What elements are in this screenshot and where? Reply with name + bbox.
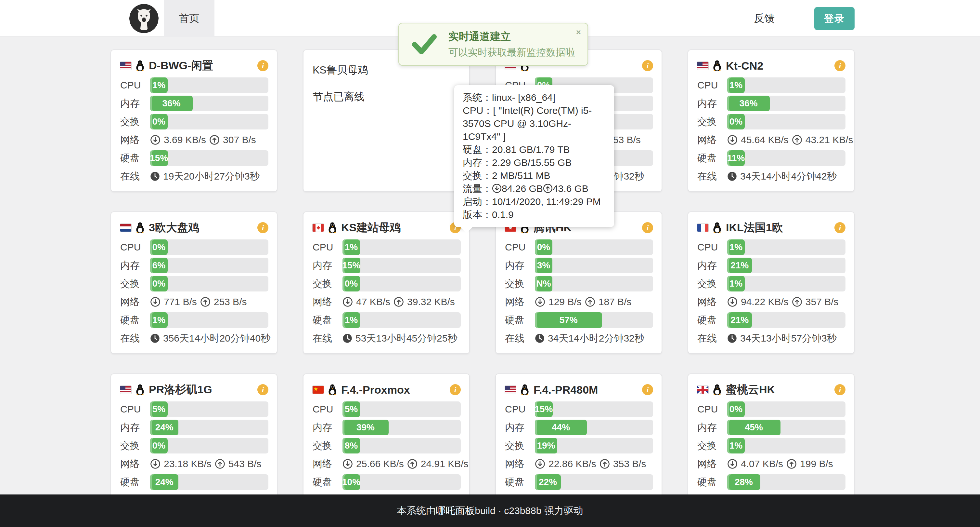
info-icon[interactable]: i [257,384,268,395]
download-icon [727,297,738,307]
realtime-toast: 实时通道建立 可以实时获取最新监控数据啦 × [398,23,588,66]
network-stats: 47 KB/s39.32 KB/s [342,296,455,307]
clock-icon [727,334,737,343]
memory-percent: 15% [342,260,360,271]
stat-label: 内存 [120,97,150,110]
stat-label: 在线 [120,332,150,345]
swap-progressbar: 1% [727,438,845,454]
swap-percent: 0% [345,278,358,289]
cpu-percent: 0% [153,242,165,252]
memory-percent: 36% [162,98,180,109]
info-icon[interactable]: i [257,222,268,233]
country-flag-icon [697,224,708,232]
stat-label: 网络 [120,457,150,471]
stat-label: 硬盘 [120,152,150,165]
disk-percent: 57% [560,315,578,325]
memory-progressbar: 21% [727,258,845,273]
tip-mem-value: 2.29 GB/15.55 GB [492,157,571,168]
stat-label: 内存 [120,259,150,272]
toast-close-icon[interactable]: × [576,28,581,37]
success-check-icon [412,34,437,55]
cpu-progressbar: 0% [535,240,653,255]
stat-label: 网络 [505,457,535,471]
stat-label: CPU [505,404,535,415]
network-stats: 129 B/s187 B/s [535,296,632,307]
swap-progressbar: 0% [150,438,268,454]
country-flag-icon [313,386,324,394]
download-icon [727,135,738,145]
cpu-progressbar: 0% [727,401,845,417]
memory-percent: 21% [730,260,749,271]
net-upload-value: 39.32 KB/s [407,296,455,307]
avatar-image [129,4,159,33]
stat-label: CPU [697,80,727,91]
stat-label: 内存 [505,259,535,272]
cpu-percent: 5% [153,404,165,414]
stat-label: 内存 [313,259,342,272]
net-download-value: 129 B/s [549,296,582,307]
stat-label: 内存 [697,97,727,110]
info-icon[interactable]: i [834,60,845,71]
stat-label: 交换 [697,115,727,128]
uptime-value: 34天14小时2分钟32秒 [548,332,644,345]
uptime-value: 19天20小时27分钟3秒 [163,170,259,183]
country-flag-icon [120,386,131,394]
tip-boot-label: 启动： [463,196,492,207]
info-icon[interactable]: i [257,60,268,71]
stat-label: CPU [505,242,535,253]
tip-traffic-label: 流量： [463,183,492,194]
download-icon [535,297,545,307]
tip-system-label: 系统： [463,92,492,103]
info-icon[interactable]: i [642,384,653,395]
country-flag-icon [120,62,131,70]
network-stats: 4.07 KB/s199 B/s [727,458,833,470]
upload-icon [585,297,595,307]
linux-penguin-icon [328,222,337,233]
server-name: 蜜桃云HK [726,382,775,397]
cpu-progressbar: 0% [150,240,268,255]
upload-icon [792,135,802,145]
site-logo-avatar[interactable] [129,4,159,33]
feedback-link[interactable]: 反馈 [754,0,775,37]
swap-percent: 19% [537,441,555,451]
server-name: F.4.-Proxmox [341,383,410,396]
disk-progressbar: 22% [535,474,653,490]
tip-traffic-up: 43.6 GB [553,183,589,194]
info-icon[interactable]: i [834,222,845,233]
info-icon[interactable]: i [834,384,845,395]
stat-label: 在线 [313,332,342,345]
swap-percent: 1% [729,278,743,289]
login-button[interactable]: 登录 [814,7,854,30]
swap-progressbar: 0% [342,276,461,291]
swap-progressbar: N% [535,276,653,291]
upload-icon [786,459,797,469]
server-card: 3欧大盘鸡 i CPU0%内存6%交换0%网络771 B/s253 B/s硬盘1… [110,211,277,354]
upload-icon [543,184,553,193]
info-icon[interactable]: i [642,222,653,233]
swap-progressbar: 8% [342,438,461,454]
cpu-progressbar: 1% [342,240,461,255]
footer-text-prefix: 本系统由 [397,504,436,517]
clock-icon [150,334,160,343]
stat-label: 内存 [505,421,535,434]
memory-progressbar: 3% [535,258,653,273]
uptime-value: 34天13小时57分钟3秒 [740,332,837,345]
nezha-panel-link[interactable]: 哪吒面板 [436,504,475,517]
upload-icon [209,135,220,145]
disk-percent: 28% [735,477,753,487]
stat-label: CPU [120,80,150,91]
network-stats: 25.66 KB/s24.91 KB/s [342,458,469,470]
upload-icon [407,459,418,469]
stat-label: 交换 [697,439,727,452]
disk-percent: 21% [730,315,749,325]
net-download-value: 771 B/s [164,296,197,307]
info-icon[interactable]: i [642,60,653,71]
clock-icon [150,171,160,181]
swap-percent: 1% [729,441,743,451]
tab-home[interactable]: 首页 [164,0,215,37]
swap-percent: 0% [153,117,165,127]
server-info-tooltip: 系统：linux- [x86_64] CPU：[ "Intel(R) Core(… [454,85,614,227]
info-icon[interactable]: i [450,384,461,395]
swap-percent: 0% [729,117,743,127]
download-icon [342,297,353,307]
